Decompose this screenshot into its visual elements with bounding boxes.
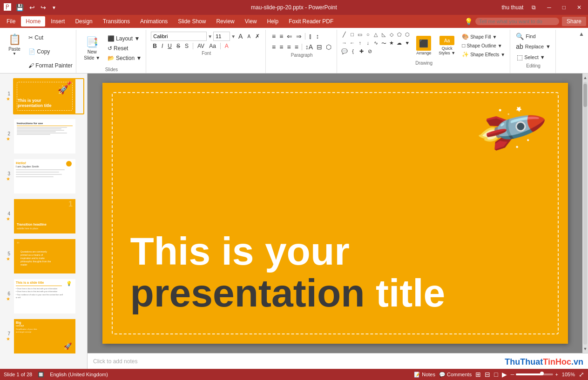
slide-item-4[interactable]: 4 ★ 1 Transition headline subtitle here … <box>2 197 85 235</box>
text-direction-btn[interactable]: ↕A <box>304 42 314 52</box>
menu-insert[interactable]: Insert <box>46 16 69 27</box>
save-icon[interactable]: 💾 <box>15 3 25 12</box>
star-shape[interactable]: ★ <box>388 40 395 47</box>
bullets-btn[interactable]: ≡ <box>270 32 277 41</box>
shape-outline-btn[interactable]: □ Shape Outline ▼ <box>460 41 507 50</box>
tell-me-input[interactable] <box>475 18 559 25</box>
main-slide[interactable]: 🚀 This is your presentation title <box>102 83 568 344</box>
slide-thumb-3[interactable]: Hello! I am Jayden Smith <box>13 158 84 194</box>
fit-slide-btn[interactable]: ⤢ <box>579 371 584 378</box>
replace-btn[interactable]: ab Replace ▼ <box>514 42 553 51</box>
notes-placeholder[interactable]: Click to add notes <box>93 358 137 365</box>
line-spacing-btn[interactable]: ↕ <box>314 32 320 41</box>
slide-item-6[interactable]: 6 ★ 💡 This is a slide title • Once here … <box>2 277 85 315</box>
undo-icon[interactable]: ↩ <box>28 3 36 12</box>
zoom-in-btn[interactable]: + <box>555 372 558 377</box>
shape-fill-btn[interactable]: 🎨 Shape Fill ▼ <box>460 33 507 41</box>
slide-item-5[interactable]: 5 ★ " Quotations are commonlyprinted as … <box>2 237 85 275</box>
share-btn[interactable]: Share <box>562 17 586 26</box>
menu-review[interactable]: Review <box>211 16 239 27</box>
format-painter-btn[interactable]: 🖌 Format Painter <box>27 62 74 69</box>
left-arrow-shape[interactable]: ← <box>349 40 356 47</box>
slide-thumb-5[interactable]: " Quotations are commonlyprinted as a me… <box>13 238 84 274</box>
menu-design[interactable]: Design <box>70 16 97 27</box>
find-btn[interactable]: 🔍 Find <box>514 32 553 41</box>
up-arrow-shape[interactable]: ↑ <box>357 40 364 47</box>
slide-item-3[interactable]: 3 ★ Hello! I am Jayden Smith <box>2 157 85 195</box>
increase-font-btn[interactable]: A <box>237 32 244 40</box>
down-arrow-shape[interactable]: ↓ <box>365 40 372 47</box>
select-btn[interactable]: ⬚ Select ▼ <box>514 52 553 62</box>
restore-mode-icon[interactable]: ⧉ <box>529 3 539 12</box>
decrease-font-btn[interactable]: A <box>245 33 252 40</box>
zoom-out-btn[interactable]: ─ <box>511 372 514 377</box>
slide-sorter-btn[interactable]: ⊟ <box>485 371 490 378</box>
right-triangle-shape[interactable]: ◺ <box>380 32 387 39</box>
zoom-slider[interactable]: ─ + <box>511 372 558 377</box>
new-slide-btn[interactable]: 📑 New Slide ▼ <box>80 34 104 62</box>
line-shape[interactable]: ╱ <box>341 32 348 39</box>
slide-item-2[interactable]: 2 ★ Instructions for use <box>2 117 85 155</box>
normal-view-btn[interactable]: ⊞ <box>475 371 481 378</box>
reading-view-btn[interactable]: □ <box>494 371 498 378</box>
underline-btn[interactable]: U <box>166 42 174 50</box>
font-size-input[interactable] <box>213 32 230 41</box>
char-spacing-btn[interactable]: AV <box>196 42 206 50</box>
hex-shape[interactable]: ⬡ <box>404 32 411 39</box>
layout-btn[interactable]: ⬛ Layout ▼ <box>106 35 143 42</box>
diamond-shape[interactable]: ◇ <box>388 32 395 39</box>
zoom-level[interactable]: 105% <box>562 372 575 377</box>
pentagon-shape[interactable]: ⬠ <box>396 32 403 39</box>
menu-slideshow[interactable]: Slide Show <box>173 16 210 27</box>
close-btn[interactable]: ✕ <box>574 3 584 12</box>
align-left-btn[interactable]: ≡ <box>270 42 277 52</box>
scroll-down-arrow[interactable]: ▼ <box>582 346 588 352</box>
menu-help[interactable]: Help <box>263 16 284 27</box>
columns-btn[interactable]: ⫿ <box>307 32 313 41</box>
slide-item-1[interactable]: 1 ★ 📌 This is yourpresentation title 🚀 <box>2 77 85 115</box>
clear-format-btn[interactable]: ✗ <box>253 33 262 40</box>
brace-shape[interactable]: { <box>349 48 357 56</box>
slide-thumb-1[interactable]: 📌 This is yourpresentation title 🚀 <box>13 78 84 114</box>
plus-shape[interactable]: ✚ <box>358 48 365 56</box>
arrange-btn[interactable]: ⬛ Arrange <box>413 32 434 60</box>
increase-indent-btn[interactable]: ⇒ <box>295 32 303 41</box>
menu-foxit[interactable]: Foxit Reader PDF <box>284 16 338 27</box>
copy-btn[interactable]: 📄 Copy <box>27 48 74 55</box>
strikethrough-btn[interactable]: S <box>175 42 182 50</box>
cloud-shape[interactable]: ☁ <box>396 40 403 47</box>
cut-btn[interactable]: ✂ Cut <box>27 34 74 41</box>
slide-item-7[interactable]: 7 ★ Big concept Simplification of your i… <box>2 317 85 355</box>
section-btn[interactable]: 📂 Section ▼ <box>106 54 143 62</box>
slide-thumb-6[interactable]: 💡 This is a slide title • Once here a bo… <box>13 278 84 314</box>
slide-thumb-2[interactable]: Instructions for use <box>13 118 84 154</box>
oval-shape[interactable]: ○ <box>365 32 372 39</box>
notes-btn[interactable]: 📝 Notes <box>414 372 435 378</box>
no-sign-shape[interactable]: ⊘ <box>366 48 373 56</box>
smartart-btn[interactable]: ⬡ <box>324 42 333 52</box>
collapse-ribbon-btn[interactable]: ▲ <box>577 30 586 73</box>
wave-shape[interactable]: 〜 <box>380 40 387 47</box>
redo-icon[interactable]: ↪ <box>40 3 47 12</box>
scroll-up-arrow[interactable]: ▲ <box>582 74 588 81</box>
menu-transitions[interactable]: Transitions <box>98 16 135 27</box>
minimize-btn[interactable]: ─ <box>544 3 554 12</box>
reset-btn[interactable]: ↺ Reset <box>106 45 143 52</box>
decrease-indent-btn[interactable]: ⇐ <box>285 32 294 41</box>
menu-home[interactable]: Home <box>21 16 45 27</box>
menu-animations[interactable]: Animations <box>135 16 172 27</box>
shape-effects-btn[interactable]: ✨ Shape Effects ▼ <box>460 50 507 59</box>
quick-styles-btn[interactable]: Aa Quick Styles ▼ <box>437 32 457 60</box>
triangle-shape[interactable]: △ <box>372 32 379 39</box>
paste-btn[interactable]: 📋 Paste ▼ <box>4 31 25 59</box>
justify-btn[interactable]: ≡ <box>293 42 300 52</box>
change-case-btn[interactable]: Aa <box>207 42 218 50</box>
arrow-shape[interactable]: → <box>341 40 348 47</box>
italic-btn[interactable]: I <box>160 42 165 50</box>
curve-shape[interactable]: ∿ <box>372 40 379 47</box>
bold-btn[interactable]: B <box>151 42 159 50</box>
rect-shape[interactable]: □ <box>349 32 356 39</box>
align-right-btn[interactable]: ≡ <box>285 42 292 52</box>
heart-shape[interactable]: ♥ <box>404 40 411 47</box>
slide-thumb-7[interactable]: Big concept Simplification of your ideaa… <box>13 318 84 354</box>
